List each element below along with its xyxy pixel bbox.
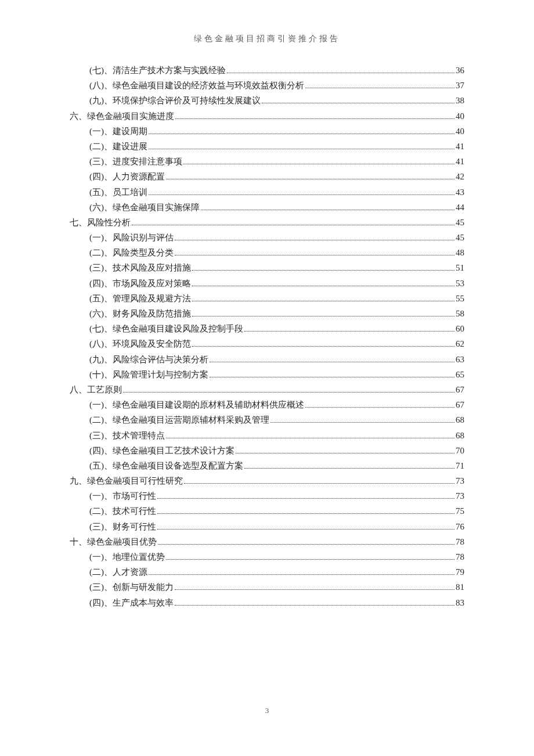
toc-entry-page: 73	[456, 477, 464, 485]
toc-leader-dots	[166, 432, 454, 438]
toc-entry[interactable]: (十)、风险管理计划与控制方案65	[70, 370, 464, 379]
toc-entry-page: 37	[456, 81, 464, 90]
toc-leader-dots	[192, 280, 454, 286]
toc-entry-label: (一)、建设周期	[89, 127, 147, 136]
toc-leader-dots	[157, 508, 454, 514]
toc-entry-page: 63	[456, 355, 464, 364]
toc-entry-page: 45	[456, 233, 464, 242]
toc-entry[interactable]: (八)、绿色金融项目建设的经济效益与环境效益权衡分析37	[70, 81, 464, 90]
toc-entry-page: 60	[456, 325, 464, 333]
toc-entry[interactable]: 九、绿色金融项目可行性研究73	[70, 477, 464, 485]
toc-leader-dots	[192, 311, 454, 317]
toc-entry[interactable]: (二)、技术可行性75	[70, 507, 464, 516]
toc-leader-dots	[305, 402, 454, 408]
toc-entry[interactable]: 六、绿色金融项目实施进度40	[70, 112, 464, 121]
toc-entry[interactable]: (九)、风险综合评估与决策分析63	[70, 355, 464, 364]
toc-entry-label: (二)、技术可行性	[89, 507, 156, 516]
toc-leader-dots	[158, 538, 454, 545]
toc-entry[interactable]: (三)、技术管理特点68	[70, 431, 464, 440]
toc-entry-label: (四)、人力资源配置	[89, 172, 165, 181]
toc-leader-dots	[166, 554, 454, 560]
toc-entry-page: 41	[456, 157, 464, 166]
toc-entry-label: (一)、绿色金融项目建设期的原材料及辅助材料供应概述	[89, 401, 304, 409]
toc-entry[interactable]: 七、风险性分析45	[70, 218, 464, 227]
toc-entry-page: 68	[456, 416, 464, 424]
table-of-contents: (七)、清洁生产技术方案与实践经验36(八)、绿色金融项目建设的经济效益与环境效…	[70, 66, 464, 607]
toc-leader-dots	[184, 478, 454, 484]
toc-entry-page: 51	[456, 264, 464, 272]
toc-leader-dots	[210, 356, 454, 362]
toc-entry-label: (二)、人才资源	[89, 568, 147, 577]
toc-entry-page: 67	[456, 386, 464, 394]
toc-entry[interactable]: (三)、技术风险及应对措施51	[70, 264, 464, 272]
toc-entry[interactable]: (三)、创新与研发能力81	[70, 583, 464, 592]
toc-entry-label: (四)、生产成本与效率	[89, 599, 174, 607]
toc-leader-dots	[183, 159, 454, 165]
toc-entry-label: (八)、绿色金融项目建设的经济效益与环境效益权衡分析	[89, 81, 304, 90]
page-header-title: 绿色金融项目招商引资推介报告	[70, 34, 464, 44]
toc-entry[interactable]: (六)、绿色金融项目实施保障44	[70, 203, 464, 212]
toc-entry[interactable]: (九)、环境保护综合评价及可持续性发展建议38	[70, 96, 464, 105]
toc-entry[interactable]: (三)、财务可行性76	[70, 523, 464, 531]
toc-entry-label: 十、绿色金融项目优势	[70, 538, 157, 546]
toc-entry[interactable]: (四)、人力资源配置42	[70, 172, 464, 181]
toc-entry-label: (一)、地理位置优势	[89, 553, 165, 561]
toc-entry-label: 七、风险性分析	[70, 218, 131, 227]
toc-entry-page: 38	[456, 96, 464, 105]
toc-entry-page: 70	[456, 447, 464, 455]
toc-entry-page: 36	[456, 66, 464, 75]
toc-entry[interactable]: (一)、市场可行性73	[70, 492, 464, 501]
toc-entry[interactable]: (二)、绿色金融项目运营期原辅材料采购及管理68	[70, 416, 464, 424]
toc-entry[interactable]: (一)、绿色金融项目建设期的原材料及辅助材料供应概述67	[70, 401, 464, 409]
toc-entry-page: 55	[456, 294, 464, 303]
toc-entry[interactable]: (三)、进度安排注意事项41	[70, 157, 464, 166]
toc-entry[interactable]: (二)、建设进展41	[70, 142, 464, 151]
toc-entry-label: (三)、财务可行性	[89, 523, 156, 531]
toc-entry-page: 67	[456, 401, 464, 409]
toc-entry[interactable]: (六)、财务风险及防范措施58	[70, 309, 464, 318]
toc-entry[interactable]: (五)、绿色金融项目设备选型及配置方案71	[70, 462, 464, 470]
toc-leader-dots	[175, 584, 454, 591]
toc-entry-page: 65	[456, 370, 464, 379]
toc-leader-dots	[210, 371, 454, 377]
toc-leader-dots	[149, 128, 454, 134]
toc-entry[interactable]: (七)、绿色金融项目建设风险及控制手段60	[70, 325, 464, 333]
toc-leader-dots	[149, 189, 454, 195]
toc-entry[interactable]: (一)、地理位置优势78	[70, 553, 464, 561]
toc-entry[interactable]: (一)、建设周期40	[70, 127, 464, 136]
toc-entry-page: 76	[456, 523, 464, 531]
toc-entry-page: 78	[456, 553, 464, 561]
toc-entry-label: (四)、绿色金融项目工艺技术设计方案	[89, 447, 234, 455]
toc-entry[interactable]: (八)、环境风险及安全防范62	[70, 340, 464, 348]
toc-entry-page: 40	[456, 127, 464, 136]
toc-entry-label: (六)、绿色金融项目实施保障	[89, 203, 200, 212]
toc-leader-dots	[123, 386, 454, 393]
toc-entry-page: 58	[456, 309, 464, 318]
toc-entry[interactable]: (二)、人才资源79	[70, 568, 464, 577]
toc-entry-label: (九)、风险综合评估与决策分析	[89, 355, 208, 364]
toc-entry[interactable]: (四)、生产成本与效率83	[70, 599, 464, 607]
toc-entry[interactable]: (二)、风险类型及分类48	[70, 249, 464, 257]
toc-entry-page: 40	[456, 112, 464, 121]
toc-entry[interactable]: (四)、市场风险及应对策略53	[70, 279, 464, 288]
toc-entry-page: 83	[456, 599, 464, 607]
toc-entry-page: 53	[456, 279, 464, 288]
toc-leader-dots	[175, 113, 454, 119]
toc-entry[interactable]: (一)、风险识别与评估45	[70, 233, 464, 242]
toc-entry-page: 42	[456, 172, 464, 181]
toc-entry[interactable]: (五)、员工培训43	[70, 188, 464, 197]
toc-entry-label: (四)、市场风险及应对策略	[89, 279, 191, 288]
toc-entry[interactable]: (五)、管理风险及规避方法55	[70, 294, 464, 303]
toc-entry-page: 44	[456, 203, 464, 212]
document-page: 绿色金融项目招商引资推介报告 (七)、清洁生产技术方案与实践经验36(八)、绿色…	[0, 0, 534, 756]
toc-entry-label: (二)、绿色金融项目运营期原辅材料采购及管理	[89, 416, 269, 424]
toc-entry-label: 八、工艺原则	[70, 386, 122, 394]
toc-entry-label: (十)、风险管理计划与控制方案	[89, 370, 208, 379]
toc-entry-label: (二)、建设进展	[89, 142, 147, 151]
toc-leader-dots	[244, 326, 454, 332]
toc-entry[interactable]: (四)、绿色金融项目工艺技术设计方案70	[70, 447, 464, 455]
toc-entry[interactable]: 八、工艺原则67	[70, 386, 464, 394]
toc-leader-dots	[262, 98, 454, 104]
toc-entry[interactable]: (七)、清洁生产技术方案与实践经验36	[70, 66, 464, 75]
toc-entry[interactable]: 十、绿色金融项目优势78	[70, 538, 464, 546]
